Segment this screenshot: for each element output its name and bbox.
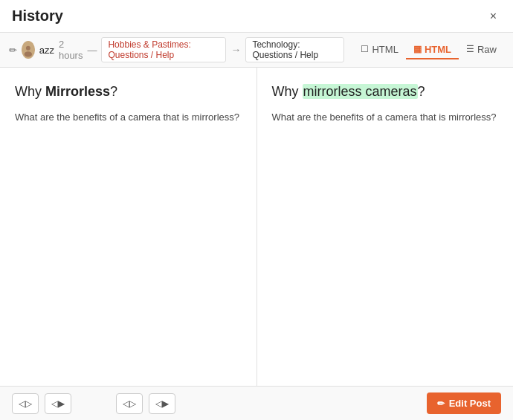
edit-pencil-icon: ✏	[437, 398, 445, 409]
right-title-highlight: mirrorless cameras	[303, 84, 418, 99]
footer-btn-3-icon: ◁▷	[123, 398, 136, 409]
footer: ◁▷ ◁▶ ◁▷ ◁▶ ✏ Edit Post	[0, 386, 513, 420]
footer-btn-4[interactable]: ◁▶	[149, 393, 175, 414]
left-title-before: Why	[15, 84, 45, 99]
right-title-after: ?	[418, 84, 425, 99]
to-category-tag[interactable]: Technology: Questions / Help	[245, 37, 344, 62]
tab-raw[interactable]: ☰ Raw	[459, 41, 504, 59]
footer-btn-2[interactable]: ◁▶	[45, 393, 71, 414]
footer-center-actions: ◁▷ ◁▶	[116, 393, 175, 414]
page-title: History	[12, 7, 485, 25]
svg-point-1	[26, 46, 30, 51]
edit-post-label: Edit Post	[449, 398, 491, 409]
time-ago: 2 hours	[59, 39, 83, 61]
footer-btn-2-icon: ◁▶	[51, 398, 65, 409]
checkbox-icon: ☐	[361, 44, 369, 54]
right-pane-title: Why mirrorless cameras?	[272, 83, 499, 101]
header: History ×	[0, 0, 513, 33]
user-name: azz	[39, 45, 54, 56]
left-pane: Why Mirrorless? What are the benefits of…	[0, 68, 257, 386]
right-pane: Why mirrorless cameras? What are the ben…	[257, 68, 514, 386]
footer-btn-3[interactable]: ◁▷	[116, 393, 143, 414]
content-area: Why Mirrorless? What are the benefits of…	[0, 68, 513, 386]
dash: —	[87, 45, 97, 56]
tab-html-rich[interactable]: ▦ HTML	[406, 41, 459, 59]
edit-post-button[interactable]: ✏ Edit Post	[427, 392, 501, 414]
tab-html-plain[interactable]: ☐ HTML	[353, 41, 405, 59]
footer-left-actions: ◁▷ ◁▶	[12, 393, 71, 414]
footer-btn-4-icon: ◁▶	[155, 398, 169, 409]
edit-icon[interactable]: ✏	[9, 45, 17, 56]
close-button[interactable]: ×	[485, 9, 501, 24]
left-title-bold: Mirrorless	[45, 84, 110, 99]
left-title-after: ?	[110, 84, 117, 99]
right-title-before: Why	[272, 84, 303, 99]
grid-icon: ▦	[413, 44, 422, 54]
svg-point-2	[25, 51, 32, 56]
right-pane-body: What are the benefits of a camera that i…	[272, 110, 499, 125]
arrow-icon: →	[230, 44, 241, 56]
view-tabs: ☐ HTML ▦ HTML ☰ Raw	[353, 41, 504, 59]
from-category-tag[interactable]: Hobbies & Pastimes: Questions / Help	[101, 37, 226, 62]
avatar	[22, 41, 35, 59]
toolbar: ✏ azz 2 hours — Hobbies & Pastimes: Ques…	[0, 33, 513, 68]
footer-btn-1-icon: ◁▷	[19, 398, 32, 409]
left-pane-title: Why Mirrorless?	[15, 83, 242, 101]
left-pane-body: What are the benefits of a camera that i…	[15, 110, 242, 125]
lines-icon: ☰	[466, 44, 474, 54]
footer-btn-1[interactable]: ◁▷	[12, 393, 39, 414]
